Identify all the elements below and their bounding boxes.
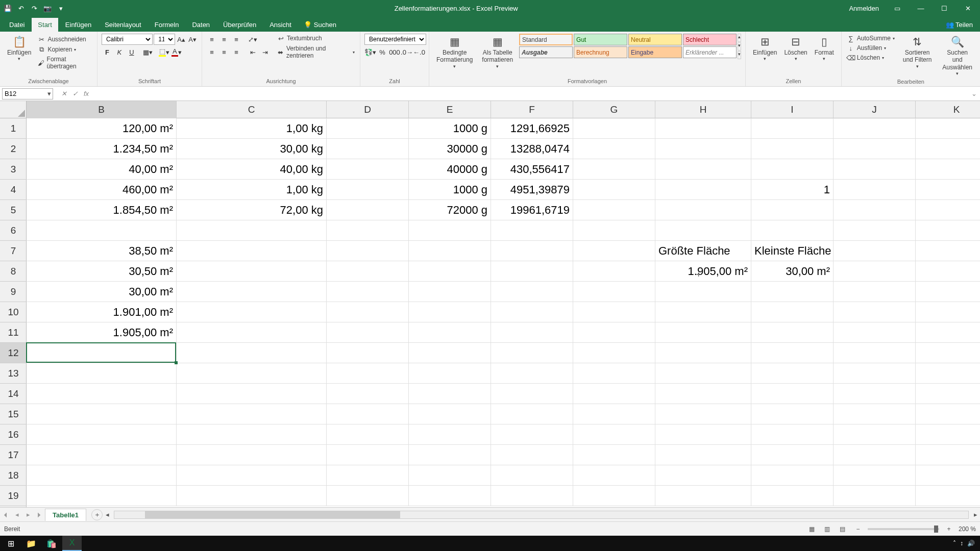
formula-input[interactable] xyxy=(94,88,965,99)
column-header[interactable]: D xyxy=(327,101,409,118)
cell[interactable] xyxy=(655,322,751,343)
format-cells-button[interactable]: ▯Format▾ xyxy=(812,34,837,63)
cell[interactable]: 40,00 m² xyxy=(27,159,177,180)
cell[interactable] xyxy=(834,139,916,159)
border-button[interactable]: ▦▾ xyxy=(142,46,154,58)
cell[interactable] xyxy=(177,424,327,445)
number-format-combo[interactable]: Benutzerdefiniert xyxy=(364,34,426,45)
cell[interactable]: 1.234,50 m² xyxy=(27,139,177,159)
decrease-font-icon[interactable]: A▾ xyxy=(187,34,198,45)
cell[interactable]: 30000 g xyxy=(409,139,491,159)
cell[interactable] xyxy=(491,486,573,506)
cell[interactable] xyxy=(177,322,327,343)
decrease-indent-icon[interactable]: ⇤ xyxy=(247,46,258,58)
row-header[interactable]: 15 xyxy=(0,404,27,424)
column-header[interactable]: H xyxy=(655,101,751,118)
column-header[interactable]: G xyxy=(573,101,655,118)
cell[interactable] xyxy=(177,302,327,322)
hscroll-right-icon[interactable]: ▸ xyxy=(971,510,980,519)
sheet-tab[interactable]: Tabelle1 xyxy=(45,509,86,521)
tray-sound-icon[interactable]: 🔊 xyxy=(967,540,975,547)
cell[interactable] xyxy=(327,486,409,506)
tab-pagelayout[interactable]: Seitenlayout xyxy=(99,18,148,32)
cell[interactable] xyxy=(751,424,834,445)
tab-next-icon[interactable]: ▸ xyxy=(22,511,34,518)
zoom-level[interactable]: 200 % xyxy=(959,525,976,533)
tab-home[interactable]: Start xyxy=(32,18,58,32)
cell[interactable] xyxy=(491,343,573,363)
cell[interactable] xyxy=(834,241,916,261)
row-header[interactable]: 7 xyxy=(0,241,27,261)
cell[interactable] xyxy=(751,118,834,139)
cell[interactable] xyxy=(916,343,980,363)
excel-taskbar-icon[interactable]: X xyxy=(62,536,82,551)
cell[interactable]: 1.901,00 m² xyxy=(27,302,177,322)
column-header[interactable]: B xyxy=(27,101,177,118)
cell[interactable] xyxy=(409,302,491,322)
align-left-icon[interactable]: ≡ xyxy=(206,46,217,58)
cell[interactable]: 19961,6719 xyxy=(491,200,573,220)
row-header[interactable]: 1 xyxy=(0,118,27,139)
cell[interactable] xyxy=(655,404,751,424)
cancel-formula-icon[interactable]: ✕ xyxy=(58,90,69,97)
cell[interactable] xyxy=(916,180,980,200)
cell[interactable] xyxy=(834,220,916,241)
tab-review[interactable]: Überprüfen xyxy=(217,18,262,32)
cell[interactable] xyxy=(916,200,980,220)
cell[interactable] xyxy=(916,363,980,384)
cell[interactable]: 30,00 kg xyxy=(177,139,327,159)
increase-indent-icon[interactable]: ⇥ xyxy=(259,46,271,58)
cell[interactable] xyxy=(834,384,916,404)
spreadsheet-grid[interactable]: BCDEFGHIJK 12345678910111213141516171819… xyxy=(0,101,980,507)
cell[interactable] xyxy=(409,465,491,486)
cell[interactable] xyxy=(655,486,751,506)
accounting-format-icon[interactable]: 💱▾ xyxy=(364,46,376,58)
cell[interactable] xyxy=(916,261,980,282)
cell[interactable] xyxy=(573,261,655,282)
cell[interactable] xyxy=(177,241,327,261)
cell[interactable]: Kleinste Fläche xyxy=(751,241,834,261)
name-box-dropdown-icon[interactable]: ▾ xyxy=(46,90,53,97)
zoom-out-icon[interactable]: − xyxy=(852,524,864,534)
cell[interactable]: 72000 g xyxy=(409,200,491,220)
format-painter-button[interactable]: 🖌Format übertragen xyxy=(36,55,93,70)
file-explorer-icon[interactable]: 📁 xyxy=(21,536,41,551)
fx-icon[interactable]: fx xyxy=(81,90,92,97)
page-layout-view-icon[interactable]: ▥ xyxy=(822,524,833,534)
cell[interactable] xyxy=(916,404,980,424)
column-header[interactable]: F xyxy=(491,101,573,118)
cell[interactable] xyxy=(834,424,916,445)
align-top-icon[interactable]: ≡ xyxy=(206,34,217,45)
cell[interactable] xyxy=(834,445,916,465)
cell[interactable] xyxy=(834,363,916,384)
cell[interactable] xyxy=(655,180,751,200)
align-right-icon[interactable]: ≡ xyxy=(231,46,242,58)
cell[interactable]: 30,00 m² xyxy=(751,261,834,282)
cell[interactable] xyxy=(177,220,327,241)
cell[interactable] xyxy=(655,384,751,404)
row-headers[interactable]: 12345678910111213141516171819 xyxy=(0,118,27,507)
cell[interactable] xyxy=(409,241,491,261)
gallery-more-icon[interactable]: ▾ xyxy=(738,51,741,59)
row-header[interactable]: 4 xyxy=(0,180,27,200)
fill-button[interactable]: ↓Ausfüllen▾ xyxy=(846,43,896,53)
maximize-button[interactable]: ☐ xyxy=(934,0,954,16)
fill-color-button[interactable]: ⬚▾ xyxy=(159,46,170,58)
cell[interactable] xyxy=(27,445,177,465)
autosum-button[interactable]: ∑AutoSumme▾ xyxy=(846,34,896,43)
cell[interactable]: 72,00 kg xyxy=(177,200,327,220)
column-header[interactable]: E xyxy=(409,101,491,118)
cell[interactable] xyxy=(916,322,980,343)
row-header[interactable]: 9 xyxy=(0,282,27,302)
new-sheet-button[interactable]: ＋ xyxy=(91,509,103,520)
cell[interactable] xyxy=(491,261,573,282)
cell[interactable] xyxy=(491,241,573,261)
align-center-icon[interactable]: ≡ xyxy=(218,46,230,58)
cell[interactable] xyxy=(409,445,491,465)
insert-cells-button[interactable]: ⊞Einfügen▾ xyxy=(750,34,780,63)
cell[interactable] xyxy=(27,424,177,445)
save-icon[interactable]: 💾 xyxy=(3,4,12,13)
cell[interactable] xyxy=(491,302,573,322)
undo-icon[interactable]: ↶ xyxy=(16,4,26,13)
cell[interactable] xyxy=(491,220,573,241)
